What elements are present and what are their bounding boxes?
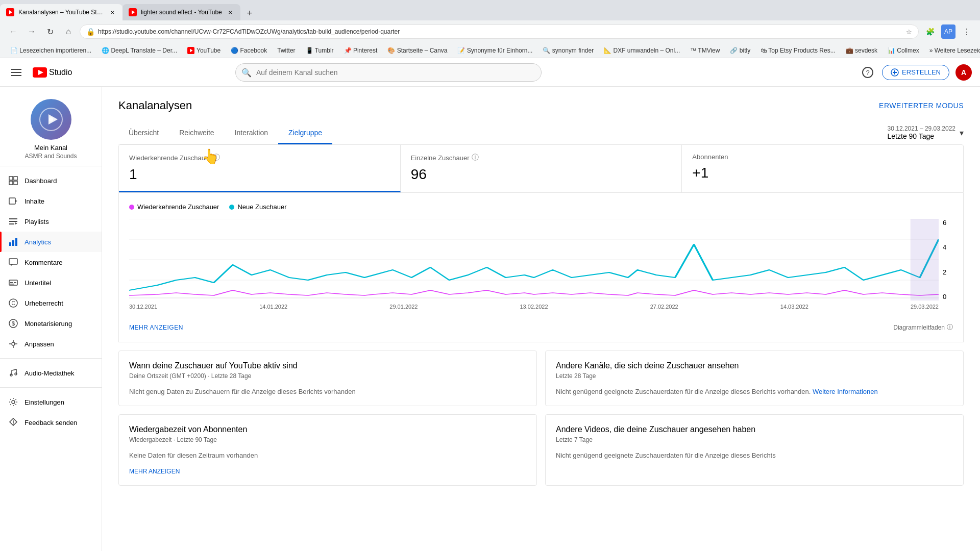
- refresh-button[interactable]: ↻: [43, 24, 57, 39]
- stat-value-einzelne: 96: [411, 166, 672, 183]
- stat-card-abonnenten[interactable]: Abonnenten +1: [682, 145, 963, 192]
- svg-rect-36: [14, 282, 16, 283]
- info-icon[interactable]: ⓘ: [947, 323, 953, 332]
- svg-rect-7: [11, 72, 21, 73]
- svg-rect-37: [10, 284, 14, 285]
- help-button[interactable]: ?: [860, 64, 876, 81]
- stat-info-icon-1[interactable]: ⓘ: [472, 153, 479, 162]
- info-card-text-wiedergabe: Keine Daten für diesen Zeitraum vorhande…: [129, 452, 526, 459]
- sidebar-label-audio: Audio-Mediathek: [24, 369, 75, 377]
- main-content: Kanalanalysen ERWEITERTER MODUS Übersich…: [102, 87, 980, 551]
- sidebar-item-kommentare[interactable]: Kommentare: [0, 252, 102, 272]
- sidebar-item-untertitel[interactable]: Untertitel: [0, 272, 102, 293]
- sidebar-label-urheberrecht: Urheberrecht: [24, 299, 63, 307]
- advanced-mode-link[interactable]: ERWEITERTER MODUS: [879, 102, 964, 110]
- bookmark-bitly[interactable]: 🔗 bitly: [726, 46, 754, 55]
- svg-point-18: [49, 117, 53, 121]
- channel-name: Mein Kanal: [34, 144, 67, 152]
- bookmark-sf-label: 🔍 synonym finder: [543, 47, 594, 54]
- youtube-favicon: [187, 47, 194, 54]
- bookmark-syn-label: 📝 Synonyme für Einhorn...: [457, 47, 532, 54]
- channel-avatar[interactable]: [31, 99, 71, 140]
- subtitle-icon: [8, 278, 18, 288]
- sidebar-item-inhalte[interactable]: Inhalte: [0, 191, 102, 211]
- home-button[interactable]: ⌂: [61, 24, 76, 39]
- svg-text:C: C: [11, 300, 15, 306]
- sidebar-item-analytics[interactable]: Analytics: [0, 232, 102, 252]
- bookmark-tumblr-label: 📱 Tumblr: [306, 47, 334, 54]
- youtube-studio-logo[interactable]: Studio: [33, 67, 72, 78]
- legend-wiederkehrende: Wiederkehrende Zuschauer: [129, 203, 219, 211]
- date-range-selector[interactable]: 30.12.2021 – 29.03.2022 Letzte 90 Tage ▾: [888, 125, 964, 144]
- bookmark-dxf[interactable]: 📐 DXF umwandeln – Onl...: [600, 46, 684, 55]
- tab-2[interactable]: lighter sound effect - YouTube ✕: [122, 4, 240, 20]
- new-tab-button[interactable]: +: [242, 6, 257, 20]
- music-icon: [8, 368, 18, 378]
- stat-card-wiederkehrende[interactable]: Wiederkehrende Zuschauer ⓘ 1: [119, 145, 401, 192]
- bookmark-lesezeichen[interactable]: 📄 Lesezeichen importieren...: [6, 46, 95, 55]
- sidebar-label-einstellungen: Einstellungen: [24, 398, 64, 406]
- info-grid: Wann deine Zuschauer auf YouTube aktiv s…: [118, 350, 964, 486]
- sidebar-label-kommentare: Kommentare: [24, 259, 62, 266]
- bookmark-youtube[interactable]: YouTube: [183, 46, 225, 55]
- mehr-anzeigen-link[interactable]: MEHR ANZEIGEN: [129, 318, 183, 337]
- money-icon: $: [8, 318, 18, 329]
- bookmark-pinterest[interactable]: 📌 Pinterest: [340, 46, 382, 55]
- tab-zielgruppe[interactable]: Zielgruppe: [278, 122, 332, 144]
- sidebar-item-monetarisierung[interactable]: $ Monetarisierung: [0, 313, 102, 334]
- sidebar-item-feedback[interactable]: Feedback senden: [0, 412, 102, 433]
- extensions-button[interactable]: 🧩: [923, 24, 937, 39]
- bookmark-weitere[interactable]: » Weitere Lesezeichen: [925, 46, 980, 55]
- bookmark-deepl[interactable]: 🌐 DeepL Translate – Der...: [97, 46, 181, 55]
- bookmark-tumblr[interactable]: 📱 Tumblr: [302, 46, 338, 55]
- weitere-informationen-link[interactable]: Weitere Informationen: [813, 388, 878, 395]
- svg-rect-32: [9, 259, 17, 264]
- bookmark-synonyme[interactable]: 📝 Synonyme für Einhorn...: [453, 46, 536, 55]
- bookmark-label: 📄 Lesezeichen importieren...: [10, 47, 91, 54]
- svg-point-48: [15, 373, 17, 375]
- sidebar-item-audio[interactable]: Audio-Mediathek: [0, 363, 102, 383]
- info-card-wann-aktiv: Wann deine Zuschauer auf YouTube aktiv s…: [118, 350, 537, 406]
- tab-interaktion[interactable]: Interaktion: [225, 122, 278, 144]
- chart-legend: Wiederkehrende Zuschauer Neue Zuschauer: [129, 203, 953, 211]
- sidebar-item-anpassen[interactable]: Anpassen: [0, 334, 102, 354]
- forward-button[interactable]: →: [24, 24, 39, 39]
- back-button[interactable]: ←: [6, 24, 20, 39]
- bookmark-twitter[interactable]: Twitter: [273, 46, 299, 55]
- bookmark-etsy[interactable]: 🛍 Top Etsy Products Res...: [756, 46, 840, 55]
- tab-1[interactable]: Kanalanalysen – YouTube Studio ✕: [0, 4, 122, 20]
- info-card-andere-kanaele: Andere Kanäle, die sich deine Zuschauer …: [545, 350, 964, 406]
- bookmark-tmview[interactable]: ™ TMView: [686, 46, 724, 55]
- address-bar-row: ← → ↻ ⌂ 🔒 https://studio.youtube.com/cha…: [0, 20, 980, 43]
- menu-button[interactable]: ⋮: [960, 24, 974, 39]
- page-header: Kanalanalysen ERWEITERTER MODUS: [118, 99, 964, 112]
- svg-marker-24: [15, 200, 17, 202]
- search-input[interactable]: [235, 63, 542, 82]
- tab-close-1[interactable]: ✕: [108, 8, 116, 16]
- bookmark-sevdesk[interactable]: 💼 sevdesk: [842, 46, 881, 55]
- stat-info-icon-0[interactable]: ⓘ: [213, 153, 220, 162]
- sidebar-item-playlists[interactable]: Playlists: [0, 211, 102, 232]
- tab-ubersicht[interactable]: Übersicht: [118, 122, 169, 144]
- svg-text:?: ?: [866, 69, 869, 77]
- profile-button[interactable]: AP: [941, 24, 955, 39]
- user-avatar[interactable]: A: [955, 64, 972, 81]
- bookmark-synonym-finder[interactable]: 🔍 synonym finder: [538, 46, 598, 55]
- hamburger-menu[interactable]: [8, 64, 24, 81]
- bookmark-facebook[interactable]: 🔵 Facebook: [227, 46, 271, 55]
- sidebar-item-urheberrecht[interactable]: C Urheberrecht: [0, 293, 102, 313]
- address-bar[interactable]: 🔒 https://studio.youtube.com/channel/UCv…: [80, 24, 919, 39]
- bookmark-collmex[interactable]: 📊 Collmex: [884, 46, 923, 55]
- bookmark-fb-label: 🔵 Facebook: [231, 47, 267, 54]
- sidebar-item-einstellungen[interactable]: Einstellungen: [0, 392, 102, 412]
- stat-card-einzelne[interactable]: Einzelne Zuschauer ⓘ 96: [401, 145, 682, 192]
- tab-reichweite[interactable]: Reichweite: [169, 122, 224, 144]
- bookmark-canva[interactable]: 🎨 Startseite – Canva: [383, 46, 451, 55]
- tab-close-2[interactable]: ✕: [226, 8, 234, 16]
- sidebar-item-dashboard[interactable]: Dashboard: [0, 170, 102, 191]
- star-icon[interactable]: ☆: [906, 28, 912, 36]
- info-card-text-videos: Nicht genügend geeignete Zuschauerdaten …: [556, 452, 953, 459]
- channel-info: Mein Kanal ASMR and Sounds: [0, 91, 102, 166]
- info-card-mehr-link[interactable]: MEHR ANZEIGEN: [129, 468, 180, 475]
- create-button[interactable]: ERSTELLEN: [882, 65, 949, 80]
